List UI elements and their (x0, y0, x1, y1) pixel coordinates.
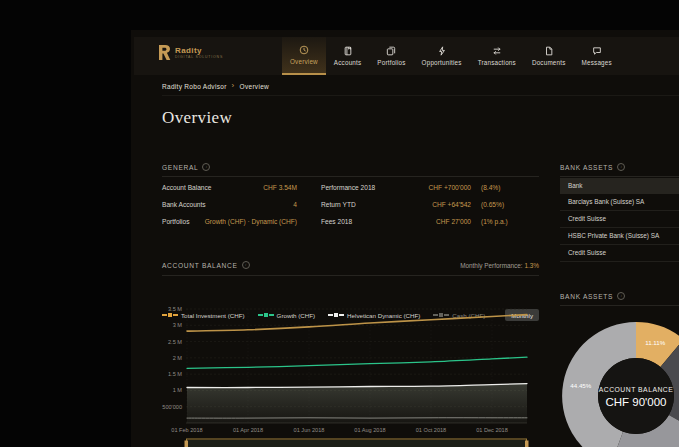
stat-value: 4 (293, 201, 297, 208)
brand-name: Radity (175, 46, 223, 55)
svg-text:2.5 M: 2.5 M (168, 339, 182, 345)
donut-center-label: ACCOUNT BALANCE (599, 386, 674, 393)
table-row[interactable]: Credit Suisse (560, 245, 679, 262)
file-icon (544, 46, 554, 56)
page-title: Overview (162, 108, 232, 128)
tab-label: Portfolios (377, 59, 405, 66)
bank-assets-heading: BANK ASSETS (560, 164, 613, 171)
stat-label: Portfolios (162, 218, 190, 225)
info-icon[interactable]: i (242, 261, 250, 269)
stat-value: CHF +700'000 (391, 184, 471, 191)
copy-icon (386, 46, 396, 56)
svg-text:01 Apr 2018: 01 Apr 2018 (233, 427, 263, 433)
nav-tabs: Overview Accounts Portfolios Opportuniti… (282, 37, 620, 75)
range-handle-right[interactable] (525, 441, 529, 447)
tab-portfolios[interactable]: Portfolios (369, 37, 413, 75)
tab-label: Documents (532, 59, 566, 66)
app-window: Radity DIGITAL SOLUTIONS Overview Accoun… (131, 30, 679, 447)
account-balance-section: ACCOUNT BALANCE i Monthly Performance: 1… (162, 257, 539, 276)
donut-slice-label: 44.45% (570, 382, 591, 389)
stat-value: Growth (CHF) · Dynamic (CHF) (205, 218, 297, 225)
stat-label: Performance 2018 (321, 184, 391, 191)
svg-text:3 M: 3 M (173, 322, 183, 328)
top-navigation: Radity DIGITAL SOLUTIONS Overview Accoun… (134, 37, 679, 75)
stat-percent: (8.4%) (481, 184, 500, 191)
tab-documents[interactable]: Documents (524, 37, 574, 75)
svg-text:1 M: 1 M (173, 387, 183, 393)
bank-assets-donut-section: BANK ASSETS i (560, 291, 679, 306)
divider (560, 305, 679, 306)
bolt-icon (437, 46, 447, 56)
stat-label: Fees 2018 (321, 218, 391, 225)
stat-label: Return YTD (321, 201, 391, 208)
divider (560, 176, 679, 177)
account-balance-chart[interactable]: 3.5 M3 M2.5 M2 M1.5 M1 M500'00001 Feb 20… (162, 300, 539, 447)
bank-column-header[interactable]: Bank (560, 178, 679, 194)
bank-table: Bank Barclays Bank (Suisse) SA Credit Su… (560, 178, 679, 262)
divider (162, 275, 539, 276)
stat-value: CHF +64'542 (391, 201, 471, 208)
clock-icon (299, 45, 309, 55)
tab-transactions[interactable]: Transactions (470, 37, 524, 75)
general-row: PortfoliosGrowth (CHF) · Dynamic (CHF) F… (162, 213, 539, 230)
info-icon[interactable]: i (617, 292, 625, 300)
swap-arrows-icon (492, 46, 502, 56)
svg-text:1.5 M: 1.5 M (168, 371, 182, 377)
brand-logo[interactable]: Radity DIGITAL SOLUTIONS (158, 45, 223, 60)
info-icon[interactable]: i (617, 163, 625, 171)
general-row: Bank Accounts4 Return YTDCHF +64'542(0.6… (162, 196, 539, 213)
bank-assets-donut-chart[interactable]: 11.11%22.22%22.22%44.45% ACCOUNT BALANCE… (554, 314, 679, 447)
tab-overview[interactable]: Overview (282, 37, 326, 75)
svg-text:01 Dec 2018: 01 Dec 2018 (476, 427, 508, 433)
svg-text:2 M: 2 M (173, 355, 183, 361)
stat-percent: (1% p.a.) (481, 218, 508, 225)
svg-text:500'000: 500'000 (162, 404, 182, 410)
table-row[interactable]: Barclays Bank (Suisse) SA (560, 194, 679, 211)
general-row: Account BalanceCHF 3.54M Performance 201… (162, 179, 539, 196)
breadcrumb-current[interactable]: Overview (240, 83, 270, 90)
tab-opportunities[interactable]: Opportunities (414, 37, 470, 75)
table-row[interactable]: Credit Suisse (560, 211, 679, 228)
donut-center-value: CHF 90'000 (605, 396, 666, 408)
tab-label: Overview (290, 58, 318, 65)
breadcrumb: Radity Robo Advisor › Overview (162, 77, 679, 96)
tab-accounts[interactable]: Accounts (326, 37, 370, 75)
tab-messages[interactable]: Messages (574, 37, 620, 75)
svg-text:01 Feb 2018: 01 Feb 2018 (171, 427, 202, 433)
chart-range-selector[interactable] (185, 439, 529, 447)
stat-label: Account Balance (162, 184, 212, 191)
svg-text:01 Aug 2018: 01 Aug 2018 (354, 427, 385, 433)
tab-label: Opportunities (422, 59, 462, 66)
stat-value: CHF 3.54M (263, 184, 297, 191)
tab-label: Transactions (478, 59, 516, 66)
svg-text:01 Oct 2018: 01 Oct 2018 (416, 427, 446, 433)
chevron-right-icon: › (232, 83, 235, 89)
info-icon[interactable]: i (202, 163, 210, 171)
brand-tagline: DIGITAL SOLUTIONS (175, 55, 223, 60)
monthly-performance-value: 1.3% (524, 262, 539, 269)
svg-text:3.5 M: 3.5 M (168, 306, 182, 312)
stat-label: Bank Accounts (162, 201, 206, 208)
bank-assets-heading: BANK ASSETS (560, 293, 613, 300)
bank-assets-list-section: BANK ASSETS i Bank Barclays Bank (Suisse… (560, 162, 679, 262)
book-icon (343, 46, 353, 56)
radity-logo-icon (158, 45, 171, 60)
tab-label: Accounts (334, 59, 362, 66)
monthly-performance: Monthly Performance: 1.3% (460, 262, 539, 269)
account-balance-heading: ACCOUNT BALANCE (162, 262, 238, 269)
breadcrumb-root[interactable]: Radity Robo Advisor (162, 83, 227, 90)
range-handle-left[interactable] (185, 441, 189, 447)
divider (162, 176, 539, 177)
general-heading: GENERAL (162, 164, 198, 171)
tab-label: Messages (582, 59, 612, 66)
stat-value: CHF 27'000 (391, 218, 471, 225)
chat-bubble-icon (592, 46, 602, 56)
donut-slice-label: 11.11% (645, 339, 666, 346)
table-row[interactable]: HSBC Private Bank (Suisse) SA (560, 228, 679, 245)
svg-text:01 Jun 2018: 01 Jun 2018 (294, 427, 325, 433)
stat-percent: (0.65%) (481, 201, 504, 208)
general-section: GENERAL i Account BalanceCHF 3.54M Perfo… (162, 162, 539, 230)
